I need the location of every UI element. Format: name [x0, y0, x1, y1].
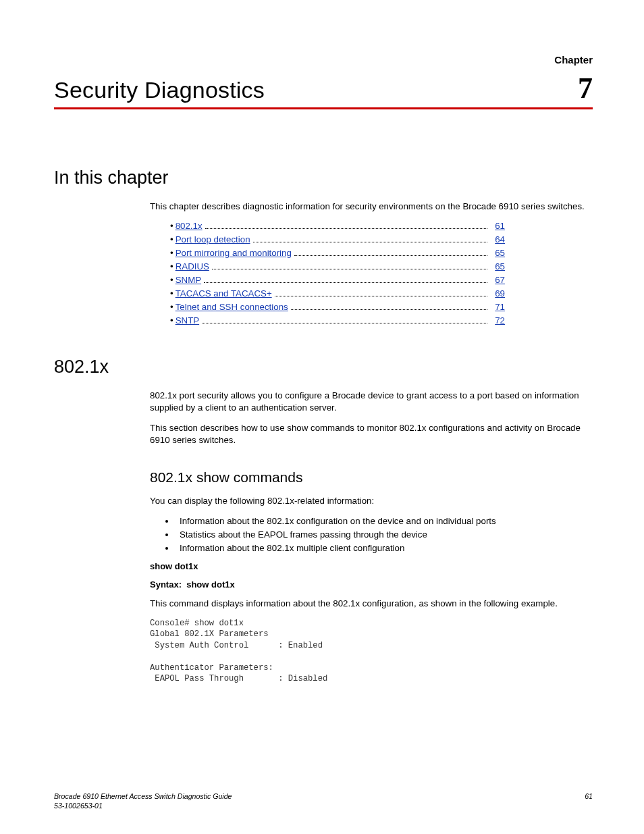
section-8021x-para1: 802.1x port security allows you to confi… — [150, 390, 593, 414]
toc-item: • TACACS and TACACS+ 69 — [170, 288, 505, 298]
toc-link-snmp[interactable]: SNMP — [176, 275, 201, 285]
bullet-icon: • — [170, 261, 173, 271]
toc-item: • 802.1x 61 — [170, 221, 505, 231]
page-footer: Brocade 6910 Ethernet Access Switch Diag… — [54, 792, 593, 811]
syntax-line: Syntax: show dot1x — [150, 579, 593, 590]
toc-item: • SNMP 67 — [170, 275, 505, 285]
toc-page-link[interactable]: 67 — [490, 275, 505, 285]
bullet-icon: • — [170, 288, 173, 298]
toc-leader — [205, 228, 487, 229]
info-bullets: Information about the 802.1x configurati… — [163, 516, 593, 553]
subsection-intro: You can display the following 802.1x-rel… — [150, 495, 593, 507]
section-in-this-chapter-heading: In this chapter — [54, 167, 593, 188]
toc-item: • Port mirroring and monitoring 65 — [170, 248, 505, 258]
footer-page-number: 61 — [585, 792, 593, 811]
bullet-icon: • — [170, 315, 173, 325]
list-item: Information about the 802.1x multiple cl… — [176, 543, 593, 553]
section-8021x-para2: This section describes how to use show c… — [150, 422, 593, 446]
toc-page-link[interactable]: 65 — [490, 248, 505, 258]
toc-link-8021x[interactable]: 802.1x — [176, 221, 203, 231]
toc-link-radius[interactable]: RADIUS — [176, 261, 209, 271]
chapter-label: Chapter — [54, 54, 593, 66]
toc-leader — [204, 282, 487, 283]
subsection-show-commands-heading: 802.1x show commands — [150, 469, 593, 486]
toc-link-port-loop[interactable]: Port loop detection — [176, 234, 250, 244]
toc-page-link[interactable]: 64 — [490, 234, 505, 244]
toc-leader — [291, 309, 487, 310]
list-item: Statistics about the EAPOL frames passin… — [176, 529, 593, 540]
toc-leader — [275, 296, 487, 296]
toc-item: • Port loop detection 64 — [170, 234, 505, 244]
bullet-icon: • — [170, 275, 173, 285]
toc-item: • SNTP 72 — [170, 315, 505, 325]
toc-leader — [294, 255, 487, 256]
toc-link-sntp[interactable]: SNTP — [176, 315, 199, 325]
toc-link-tacacs[interactable]: TACACS and TACACS+ — [176, 288, 272, 298]
toc-page-link[interactable]: 71 — [490, 302, 505, 312]
chapter-title: Security Diagnostics — [54, 77, 265, 103]
list-item: Information about the 802.1x configurati… — [176, 516, 593, 526]
bullet-icon: • — [170, 248, 173, 258]
chapter-toc: • 802.1x 61 • Port loop detection 64 • P… — [170, 221, 505, 325]
toc-page-link[interactable]: 72 — [490, 315, 505, 325]
toc-link-port-mirroring[interactable]: Port mirroring and monitoring — [176, 248, 292, 258]
code-output: Console# show dot1x Global 802.1X Parame… — [150, 618, 593, 685]
chapter-number: 7 — [578, 74, 593, 103]
section-8021x-heading: 802.1x — [54, 357, 593, 377]
bullet-icon: • — [170, 234, 173, 244]
title-row: Security Diagnostics 7 — [54, 74, 593, 103]
bullet-icon: • — [170, 302, 173, 312]
intro-paragraph: This chapter describes diagnostic inform… — [150, 201, 593, 213]
toc-page-link[interactable]: 69 — [490, 288, 505, 298]
toc-page-link[interactable]: 65 — [490, 261, 505, 271]
toc-leader — [253, 242, 487, 242]
toc-item: • Telnet and SSH connections 71 — [170, 302, 505, 312]
footer-title: Brocade 6910 Ethernet Access Switch Diag… — [54, 792, 232, 800]
toc-page-link[interactable]: 61 — [490, 221, 505, 231]
toc-link-telnet-ssh[interactable]: Telnet and SSH connections — [176, 302, 288, 312]
command-description: This command displays information about … — [150, 598, 593, 610]
syntax-command: show dot1x — [186, 579, 235, 590]
toc-item: • RADIUS 65 — [170, 261, 505, 271]
toc-leader — [212, 269, 487, 269]
footer-docid: 53-1002653-01 — [54, 802, 103, 810]
command-heading: show dot1x — [150, 561, 593, 571]
syntax-label: Syntax: — [150, 579, 182, 590]
bullet-icon: • — [170, 221, 173, 231]
toc-leader — [202, 323, 487, 323]
title-rule — [54, 107, 593, 109]
